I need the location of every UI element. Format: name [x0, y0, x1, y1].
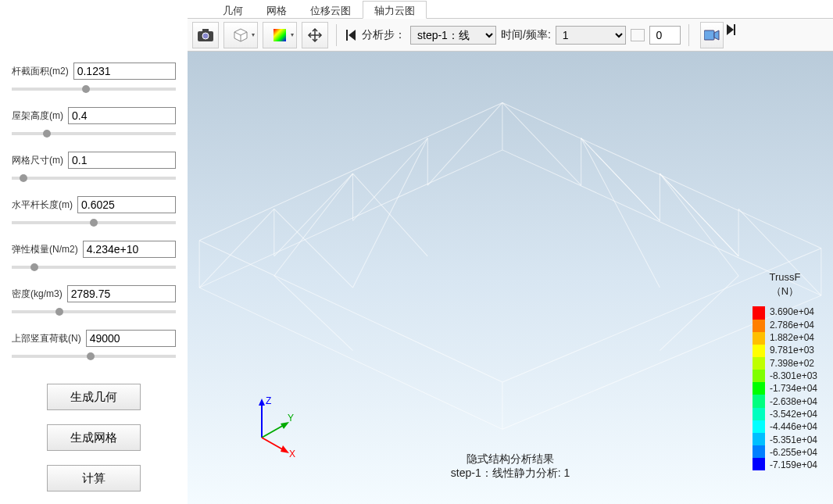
param-input-3[interactable]	[77, 196, 176, 213]
svg-point-2	[202, 33, 209, 39]
param-input-0[interactable]	[73, 63, 176, 80]
svg-line-46	[274, 173, 353, 256]
colorbar-swatch	[753, 420, 765, 433]
param-input-2[interactable]	[68, 152, 176, 169]
svg-line-43	[660, 173, 738, 276]
svg-text:Z: Z	[266, 395, 271, 406]
param-slider-6[interactable]	[12, 355, 176, 358]
legend-value: -2.638e+04	[770, 396, 817, 407]
param-label-4: 弹性模量(N/m2)	[12, 243, 78, 256]
svg-line-39	[660, 276, 738, 351]
colorbar-swatch	[753, 320, 765, 332]
svg-rect-15	[734, 24, 735, 35]
param-input-4[interactable]	[83, 241, 176, 258]
colorbar-swatch	[753, 408, 765, 420]
axis-triad: Z Y X	[242, 395, 305, 457]
move-button[interactable]	[302, 22, 328, 48]
legend-value: -3.542e+04	[770, 409, 817, 420]
skip-back-icon[interactable]	[345, 27, 357, 43]
tab-bar: 几何网格位移云图轴力云图	[188, 0, 833, 19]
param-label-1: 屋架高度(m)	[12, 109, 63, 123]
legend-value: -1.734e+04	[770, 383, 817, 394]
tab-1[interactable]: 网格	[255, 1, 299, 19]
svg-line-35	[353, 173, 428, 256]
tab-2[interactable]: 位移云图	[299, 1, 363, 19]
calculate-button[interactable]: 计算	[47, 465, 141, 491]
svg-marker-53	[259, 399, 265, 406]
time-freq-select[interactable]: 1	[556, 26, 626, 45]
tab-3[interactable]: 轴力云图	[363, 1, 427, 19]
time-freq-label: 时间/频率:	[501, 28, 551, 42]
param-input-6[interactable]	[86, 330, 176, 347]
param-label-6: 上部竖直荷载(N)	[12, 332, 81, 345]
legend-value: 1.882e+04	[770, 332, 817, 343]
svg-marker-14	[727, 24, 734, 35]
colorbar-swatch	[753, 345, 765, 357]
legend-value: -6.255e+04	[770, 447, 817, 458]
colorbar-swatch	[753, 433, 765, 445]
svg-text:Y: Y	[288, 413, 294, 424]
tab-0[interactable]: 几何	[211, 1, 255, 19]
colorbar-swatch	[753, 458, 765, 470]
svg-line-49	[581, 138, 660, 221]
svg-line-51	[502, 102, 581, 185]
legend-value: -8.301e+03	[770, 370, 817, 381]
legend-value: 9.781e+03	[770, 345, 817, 356]
param-slider-3[interactable]	[12, 221, 176, 224]
legend-value: 2.786e+04	[770, 320, 817, 331]
skip-forward-icon[interactable]	[725, 22, 736, 38]
colorbar-swatch	[753, 306, 765, 319]
screenshot-button[interactable]	[192, 22, 219, 48]
colorbar-swatch	[753, 332, 765, 345]
generate-mesh-button[interactable]: 生成网格	[47, 424, 141, 451]
analysis-step-select[interactable]: step-1：线	[410, 26, 496, 45]
svg-rect-1	[202, 29, 209, 32]
svg-marker-13	[714, 30, 719, 40]
legend-value: -5.351e+04	[770, 434, 817, 445]
viewport[interactable]: Z Y X 隐式结构分析结果 step-1：线性静力分析: 1 TrussF （…	[188, 52, 833, 504]
param-slider-5[interactable]	[12, 310, 176, 313]
svg-line-16	[199, 102, 502, 240]
param-label-5: 密度(kg/m3)	[12, 288, 63, 301]
legend-value: 7.398e+02	[770, 358, 817, 369]
toggle-box[interactable]	[631, 29, 645, 41]
svg-line-29	[199, 241, 502, 382]
param-slider-0[interactable]	[12, 88, 176, 91]
toolbar: 分析步： step-1：线 时间/频率: 1	[188, 19, 833, 52]
camera-record-button[interactable]	[700, 22, 724, 48]
param-label-0: 杆截面积(m2)	[12, 65, 69, 78]
legend-value: -7.159e+04	[770, 459, 817, 470]
colorbar-swatch	[753, 357, 765, 370]
svg-line-55	[262, 424, 285, 438]
svg-line-48	[353, 138, 428, 221]
legend-value: -4.446e+04	[770, 421, 817, 432]
colormap-button[interactable]	[263, 22, 297, 48]
analysis-step-label: 分析步：	[362, 28, 406, 42]
view-cube-button[interactable]	[223, 22, 258, 48]
color-legend: TrussF （N） 3.690e+042.786e+041.882e+049.…	[753, 270, 817, 470]
svg-rect-7	[273, 29, 286, 41]
colorbar-swatch	[753, 395, 765, 407]
param-label-3: 水平杆长度(m)	[12, 198, 73, 212]
legend-value: 3.690e+04	[770, 306, 817, 317]
svg-line-42	[581, 138, 660, 288]
svg-line-50	[427, 102, 502, 185]
colorbar-swatch	[753, 382, 765, 395]
colorbar-swatch	[753, 445, 765, 458]
param-slider-4[interactable]	[12, 266, 176, 269]
svg-marker-10	[346, 30, 348, 41]
svg-line-38	[274, 276, 353, 351]
generate-geometry-button[interactable]: 生成几何	[47, 384, 141, 410]
frame-spinner[interactable]	[649, 26, 681, 45]
svg-line-18	[199, 150, 502, 288]
svg-rect-12	[704, 30, 714, 40]
param-slider-1[interactable]	[12, 132, 176, 135]
svg-marker-11	[349, 30, 356, 41]
svg-text:X: X	[289, 449, 295, 457]
svg-line-44	[199, 209, 274, 288]
svg-marker-59	[281, 445, 289, 453]
param-slider-2[interactable]	[12, 177, 176, 180]
param-input-5[interactable]	[67, 285, 176, 302]
param-label-2: 网格尺寸(m)	[12, 154, 63, 167]
param-input-1[interactable]	[68, 107, 176, 124]
